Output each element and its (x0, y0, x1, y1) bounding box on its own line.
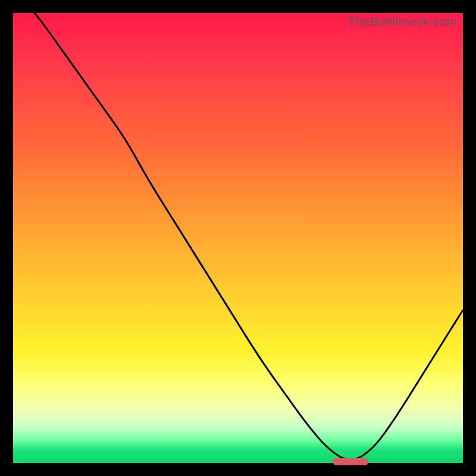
curve-path (13, 0, 463, 459)
optimal-range-marker (333, 458, 369, 465)
chart-frame: TheBottleneck.com (0, 0, 476, 476)
chart-plot-area: TheBottleneck.com (13, 13, 463, 463)
bottleneck-curve (13, 13, 463, 463)
